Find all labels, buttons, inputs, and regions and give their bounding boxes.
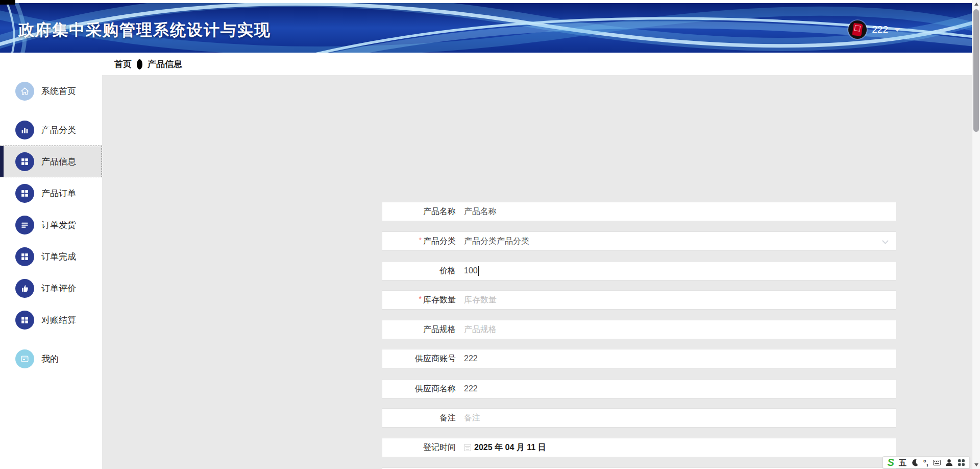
scrollbar-down-arrow-icon[interactable] xyxy=(974,463,978,466)
sidebar-item-2[interactable]: 产品信息 xyxy=(0,146,102,177)
field-value[interactable]: 产品名称 xyxy=(464,206,497,217)
field-label: 产品名称 xyxy=(382,206,464,217)
field-value[interactable]: 2025 年 04 月 11 日 xyxy=(464,442,546,453)
sidebar-item-0[interactable]: 系统首页 xyxy=(0,75,102,107)
sogou-logo-icon[interactable]: S xyxy=(887,457,894,467)
bar-chart-icon xyxy=(15,121,34,139)
scrollbar-thumb[interactable] xyxy=(973,9,979,132)
breadcrumb: 首页 产品信息 xyxy=(114,58,182,70)
ime-toolbar[interactable]: S 五 °, xyxy=(883,456,970,468)
calendar-icon xyxy=(464,444,471,451)
keyboard-icon[interactable] xyxy=(933,459,941,466)
red-book-avatar-icon xyxy=(852,23,863,36)
chevron-down-icon[interactable] xyxy=(894,28,900,32)
field-placeholder[interactable]: 库存数量 xyxy=(464,295,497,306)
field-label: *产品分类 xyxy=(382,236,464,247)
field-value[interactable]: 产品分类产品分类 xyxy=(464,236,529,247)
home-icon xyxy=(15,82,34,101)
sidebar-item-label: 系统首页 xyxy=(41,85,76,97)
top-left-black-artifact xyxy=(0,0,15,5)
field-label: 产品规格 xyxy=(382,324,464,335)
person-icon[interactable] xyxy=(945,459,953,466)
sidebar-item-label: 订单评价 xyxy=(41,283,76,294)
field-label: 备注 xyxy=(382,413,464,424)
user-menu[interactable]: 222 xyxy=(848,20,900,39)
field-label: 价格 xyxy=(382,266,464,276)
vertical-scrollbar[interactable] xyxy=(972,0,980,469)
breadcrumb-home[interactable]: 首页 xyxy=(114,58,132,70)
grid-icon xyxy=(15,184,34,203)
sidebar-item-5[interactable]: 订单完成 xyxy=(0,241,102,272)
field-value[interactable]: 222 xyxy=(464,354,478,363)
sidebar-item-label: 产品分类 xyxy=(41,124,76,136)
punctuation-icon[interactable]: °, xyxy=(923,459,928,466)
user-avatar[interactable] xyxy=(848,20,867,39)
text-cursor xyxy=(478,266,479,276)
page: 政府集中采购管理系统设计与实现 222 首页 产品信息 系统首页产品分类产品信息… xyxy=(0,0,980,469)
field-label: 供应商名称 xyxy=(382,384,464,394)
grid-icon xyxy=(15,311,34,330)
field-label: 供应商账号 xyxy=(382,354,464,364)
sidebar-item-label: 我的 xyxy=(41,353,59,365)
field-label: 登记时间 xyxy=(382,442,464,453)
form-row-6[interactable]: 供应商名称222 xyxy=(382,379,896,398)
sidebar-item-label: 订单发货 xyxy=(41,219,76,231)
main-content-panel: 产品名称产品名称*产品分类产品分类产品分类价格100*库存数量库存数量产品规格产… xyxy=(102,75,972,469)
user-name: 222 xyxy=(872,24,888,35)
grid-icon xyxy=(15,152,34,171)
sidebar-item-4[interactable]: 订单发货 xyxy=(0,209,102,241)
sidebar-item-label: 订单完成 xyxy=(41,251,76,263)
form-row-1[interactable]: *产品分类产品分类产品分类 xyxy=(382,231,896,251)
chevron-down-icon[interactable] xyxy=(882,238,889,244)
field-placeholder[interactable]: 备注 xyxy=(464,413,480,424)
id-card-icon xyxy=(15,349,34,368)
form-row-2[interactable]: 价格100 xyxy=(382,261,896,280)
sidebar-item-1[interactable]: 产品分类 xyxy=(0,114,102,146)
sidebar-item-label: 产品信息 xyxy=(41,156,76,168)
scrollbar-up-arrow-icon[interactable] xyxy=(974,3,978,6)
field-placeholder[interactable]: 产品规格 xyxy=(464,324,497,335)
field-value[interactable]: 100 xyxy=(464,266,479,276)
breadcrumb-separator-icon xyxy=(137,59,142,69)
thumbs-up-icon xyxy=(15,279,34,298)
sidebar-item-3[interactable]: 产品订单 xyxy=(0,177,102,209)
form-row-8[interactable]: 登记时间2025 年 04 月 11 日 xyxy=(382,438,896,457)
form-row-7[interactable]: 备注备注 xyxy=(382,408,896,428)
top-white-strip xyxy=(0,0,980,3)
breadcrumb-current: 产品信息 xyxy=(148,58,182,70)
breadcrumb-band: 首页 产品信息 xyxy=(0,53,972,75)
sidebar: 系统首页产品分类产品信息产品订单订单发货订单完成订单评价对账结算我的 xyxy=(0,75,102,469)
header-banner: 政府集中采购管理系统设计与实现 222 xyxy=(0,3,972,53)
form-row-0[interactable]: 产品名称产品名称 xyxy=(382,202,896,221)
field-value[interactable]: 222 xyxy=(464,384,478,393)
sidebar-item-8[interactable]: 我的 xyxy=(0,343,102,374)
form-row-3[interactable]: *库存数量库存数量 xyxy=(382,290,896,310)
required-asterisk: * xyxy=(419,295,422,303)
form-row-4[interactable]: 产品规格产品规格 xyxy=(382,320,896,339)
grid-icon[interactable] xyxy=(958,459,965,466)
grid-icon xyxy=(15,247,34,266)
form-row-5[interactable]: 供应商账号222 xyxy=(382,349,896,368)
required-asterisk: * xyxy=(419,236,422,244)
sidebar-item-6[interactable]: 订单评价 xyxy=(0,272,102,304)
moon-icon[interactable] xyxy=(911,459,919,466)
field-label: *库存数量 xyxy=(382,295,464,306)
app-title: 政府集中采购管理系统设计与实现 xyxy=(18,19,271,41)
sidebar-item-7[interactable]: 对账结算 xyxy=(0,304,102,336)
list-icon xyxy=(15,216,34,235)
ime-mode-wubi[interactable]: 五 xyxy=(899,459,906,466)
sidebar-item-label: 产品订单 xyxy=(41,187,76,199)
sidebar-item-label: 对账结算 xyxy=(41,314,76,326)
